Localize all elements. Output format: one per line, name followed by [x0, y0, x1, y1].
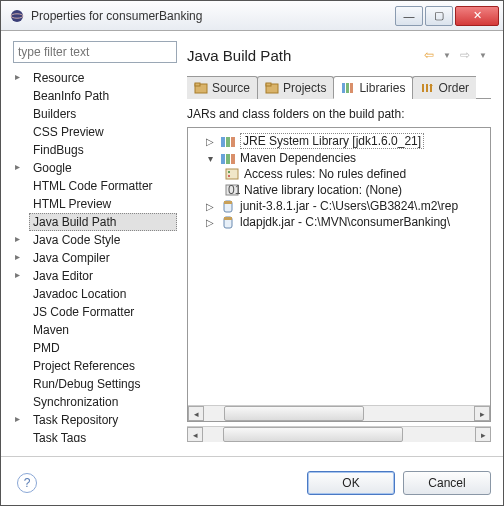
nav-item[interactable]: PMD	[29, 339, 177, 357]
window-title: Properties for consumerBanking	[31, 9, 395, 23]
separator	[1, 456, 503, 457]
scroll-thumb[interactable]	[223, 427, 403, 442]
svg-rect-12	[221, 154, 225, 164]
tree-label: Access rules: No rules defined	[244, 167, 406, 181]
nav-item[interactable]: Java Build Path	[29, 213, 177, 231]
scroll-right-icon[interactable]: ▸	[474, 406, 490, 421]
tab-projects-label: Projects	[283, 81, 326, 95]
svg-rect-15	[226, 169, 238, 179]
native-lib-icon: 01	[224, 183, 240, 197]
tree-node-ldap[interactable]: ▷ ldapjdk.jar - C:\MVN\consumerBanking\	[190, 214, 488, 230]
tree-label: JRE System Library [jdk1.6.0_21]	[240, 133, 424, 149]
nav-item[interactable]: JS Code Formatter	[29, 303, 177, 321]
scroll-right-icon[interactable]: ▸	[475, 427, 491, 442]
left-column: ResourceBeanInfo PathBuildersCSS Preview…	[13, 41, 177, 442]
scroll-left-icon[interactable]: ◂	[187, 427, 203, 442]
tab-bar: Source Projects Libraries Order	[187, 75, 491, 99]
cancel-button[interactable]: Cancel	[403, 471, 491, 495]
nav-item[interactable]: Run/Debug Settings	[29, 375, 177, 393]
maximize-button[interactable]: ▢	[425, 6, 453, 26]
nav-item[interactable]: Resource	[29, 69, 177, 87]
tab-order-label: Order	[438, 81, 469, 95]
jar-icon	[220, 199, 236, 213]
svg-rect-3	[195, 83, 200, 86]
svg-rect-5	[266, 83, 271, 86]
libraries-tree[interactable]: ▷ JRE System Library [jdk1.6.0_21] ▾ Mav…	[187, 127, 491, 422]
right-column: Java Build Path ⇦ ▼ ⇨ ▼ Source Projects	[187, 41, 491, 442]
scroll-thumb[interactable]	[224, 406, 364, 421]
tab-source-label: Source	[212, 81, 250, 95]
tab-source[interactable]: Source	[187, 76, 258, 99]
svg-rect-21	[224, 201, 232, 204]
svg-point-0	[11, 10, 23, 22]
tab-projects[interactable]: Projects	[257, 76, 334, 99]
collapse-icon[interactable]: ▾	[204, 153, 216, 164]
svg-rect-9	[221, 137, 225, 147]
svg-point-17	[228, 175, 230, 177]
dialog-body: ResourceBeanInfo PathBuildersCSS Preview…	[1, 31, 503, 448]
forward-menu-icon[interactable]: ▼	[475, 47, 491, 63]
svg-rect-13	[226, 154, 230, 164]
svg-rect-23	[224, 217, 232, 220]
nav-item[interactable]: FindBugs	[29, 141, 177, 159]
tree-node-native[interactable]: 01 Native library location: (None)	[190, 182, 488, 198]
dialog-window: Properties for consumerBanking — ▢ ✕ Res…	[0, 0, 504, 506]
svg-rect-8	[350, 83, 353, 93]
nav-item[interactable]: Java Compiler	[29, 249, 177, 267]
nav-item[interactable]: Maven	[29, 321, 177, 339]
nav-item[interactable]: Java Code Style	[29, 231, 177, 249]
tab-libraries[interactable]: Libraries	[333, 76, 413, 99]
expand-icon[interactable]: ▷	[204, 201, 216, 212]
expand-icon[interactable]: ▷	[204, 136, 216, 147]
nav-tree[interactable]: ResourceBeanInfo PathBuildersCSS Preview…	[13, 69, 177, 442]
svg-rect-6	[342, 83, 345, 93]
tree-label: Native library location: (None)	[244, 183, 402, 197]
minimize-button[interactable]: —	[395, 6, 423, 26]
libraries-icon	[341, 82, 355, 94]
tree-node-jre[interactable]: ▷ JRE System Library [jdk1.6.0_21]	[190, 132, 488, 150]
tree-h-scrollbar[interactable]: ◂ ▸	[188, 405, 490, 421]
tree-node-maven[interactable]: ▾ Maven Dependencies	[190, 150, 488, 166]
nav-item[interactable]: Synchronization	[29, 393, 177, 411]
scroll-left-icon[interactable]: ◂	[188, 406, 204, 421]
page-title: Java Build Path	[187, 47, 421, 64]
projects-icon	[265, 82, 279, 94]
nav-item[interactable]: HTML Code Formatter	[29, 177, 177, 195]
ok-button[interactable]: OK	[307, 471, 395, 495]
forward-icon[interactable]: ⇨	[457, 47, 473, 63]
nav-item[interactable]: CSS Preview	[29, 123, 177, 141]
nav-item[interactable]: Java Editor	[29, 267, 177, 285]
library-icon	[220, 134, 236, 148]
order-icon	[420, 82, 434, 94]
tree-node-access[interactable]: Access rules: No rules defined	[190, 166, 488, 182]
nav-item[interactable]: Builders	[29, 105, 177, 123]
nav-item[interactable]: Javadoc Location	[29, 285, 177, 303]
nav-item[interactable]: Task Repository	[29, 411, 177, 429]
tree-label: ldapjdk.jar - C:\MVN\consumerBanking\	[240, 215, 450, 229]
filter-input[interactable]	[13, 41, 177, 63]
svg-point-16	[228, 171, 230, 173]
nav-item[interactable]: Google	[29, 159, 177, 177]
nav-item[interactable]: Task Tags	[29, 429, 177, 442]
eclipse-icon	[9, 8, 25, 24]
back-icon[interactable]: ⇦	[421, 47, 437, 63]
tab-order[interactable]: Order	[412, 76, 476, 99]
page-h-scrollbar[interactable]: ◂ ▸	[187, 426, 491, 442]
nav-item[interactable]: HTML Preview	[29, 195, 177, 213]
source-icon	[194, 82, 208, 94]
help-icon[interactable]: ?	[17, 473, 37, 493]
expand-icon[interactable]: ▷	[204, 217, 216, 228]
library-icon	[220, 151, 236, 165]
svg-rect-7	[346, 83, 349, 93]
close-button[interactable]: ✕	[455, 6, 499, 26]
nav-item[interactable]: Project References	[29, 357, 177, 375]
nav-item[interactable]: BeanInfo Path	[29, 87, 177, 105]
titlebar[interactable]: Properties for consumerBanking — ▢ ✕	[1, 1, 503, 31]
svg-rect-14	[231, 154, 235, 164]
back-menu-icon[interactable]: ▼	[439, 47, 455, 63]
history-nav: ⇦ ▼ ⇨ ▼	[421, 47, 491, 63]
tree-node-junit[interactable]: ▷ junit-3.8.1.jar - C:\Users\GB3824\.m2\…	[190, 198, 488, 214]
button-bar: ? OK Cancel	[1, 465, 503, 505]
window-buttons: — ▢ ✕	[395, 6, 499, 26]
jar-icon	[220, 215, 236, 229]
